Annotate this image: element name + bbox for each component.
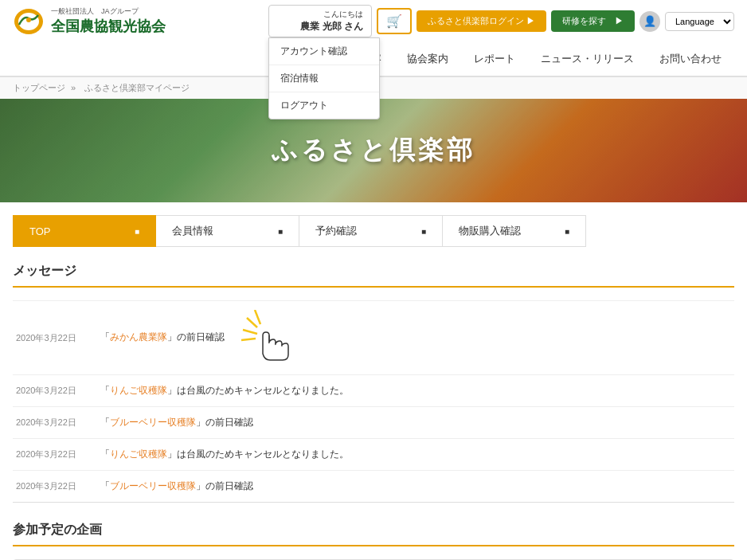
message-date-4: 2020年3月22日 [16, 448, 88, 460]
user-dropdown-menu: アカウント確認 宿泊情報 ログアウト [268, 37, 380, 119]
message-text-5: 「ブルーベリー収穫隊」の前日確認 [100, 480, 253, 493]
tab-purchase-label: 物販購入確認 [459, 224, 521, 238]
furusato-login-button[interactable]: ふるさと倶楽部ログイン ▶ [417, 10, 546, 32]
messages-section: メッセージ 2020年3月22日 「みかん農業隊」の前日確認 [13, 263, 734, 503]
tab-member-info[interactable]: 会員情報 ■ [156, 215, 299, 247]
logo-main-label: 全国農協観光協会 [51, 17, 166, 36]
tab-reservation-label: 予約確認 [315, 224, 357, 238]
messages-divider [13, 286, 734, 288]
tab-bar: TOP ■ 会員情報 ■ 予約確認 ■ 物販購入確認 ■ [0, 202, 747, 247]
tab-member-info-label: 会員情報 [172, 224, 213, 238]
message-text-1: 「みかん農業隊」の前日確認 [100, 310, 315, 366]
logo-icon [13, 7, 45, 36]
message-text-4: 「りんご収穫隊」は台風のためキャンセルとなりました。 [100, 448, 349, 461]
message-row: 2020年3月22日 「ブルーベリー収穫隊」の前日確認 [13, 406, 734, 438]
header: 一般社団法人 JAグループ 全国農協観光協会 こんにちは 農業 光郎 さん アカ… [0, 0, 747, 77]
message-date-3: 2020年3月22日 [16, 417, 88, 429]
logo-ja-label: 一般社団法人 JAグループ [51, 6, 166, 17]
messages-section-title: メッセージ [13, 263, 734, 280]
message-row: 2020年3月22日 「ブルーベリー収穫隊」の前日確認 [13, 470, 734, 502]
svg-line-3 [243, 330, 257, 334]
tab-reservation[interactable]: 予約確認 ■ [299, 215, 443, 247]
nav-item-news[interactable]: ニュース・リリース [528, 42, 647, 76]
planned-section: 参加予定の企画 鳥取県ブランド！二十世紀梨とブルーベリー収穫体験 Gotoトラベ… [13, 522, 734, 560]
breadcrumb-separator: » [71, 83, 76, 92]
message-date-2: 2020年3月22日 [16, 385, 88, 397]
message-link-1[interactable]: みかん農業隊 [110, 331, 167, 343]
language-select[interactable]: Language English 日本語 [665, 12, 734, 31]
user-greeting: こんにちは [323, 9, 363, 20]
tab-top[interactable]: TOP ■ [13, 215, 156, 247]
dropdown-item-stay[interactable]: 宿泊情報 [269, 65, 379, 92]
logo-text: 一般社団法人 JAグループ 全国農協観光協会 [51, 6, 166, 36]
message-text-3: 「ブルーベリー収穫隊」の前日確認 [100, 416, 253, 429]
message-list: 2020年3月22日 「みかん農業隊」の前日確認 [13, 300, 734, 503]
tab-top-icon: ■ [135, 227, 139, 236]
breadcrumb-current: ふるさと倶楽部マイページ [84, 83, 190, 92]
message-date-5: 2020年3月22日 [16, 480, 88, 492]
dropdown-item-account[interactable]: アカウント確認 [269, 38, 379, 65]
message-link-3[interactable]: ブルーベリー収穫隊 [110, 417, 196, 428]
logo-area: 一般社団法人 JAグループ 全国農協観光協会 [13, 6, 166, 36]
message-row: 2020年3月22日 「りんご収穫隊」は台風のためキャンセルとなりました。 [13, 438, 734, 470]
nav-item-kyokai[interactable]: 協会案内 [394, 42, 461, 76]
message-link-2[interactable]: りんご収穫隊 [110, 385, 167, 396]
user-dropdown-area: こんにちは 農業 光郎 さん アカウント確認 宿泊情報 ログアウト [268, 5, 372, 37]
tab-reservation-icon: ■ [421, 227, 426, 236]
tab-member-info-icon: ■ [278, 227, 283, 236]
nav-item-contact[interactable]: お問い合わせ [647, 42, 734, 76]
message-text-2: 「りんご収穫隊」は台風のためキャンセルとなりました。 [100, 384, 349, 397]
svg-line-5 [255, 310, 260, 324]
user-dropdown-toggle[interactable]: こんにちは 農業 光郎 さん [268, 5, 372, 37]
header-right: こんにちは 農業 光郎 さん アカウント確認 宿泊情報 ログアウト 🛒 ふるさと… [268, 5, 734, 37]
message-date-1: 2020年3月22日 [16, 332, 88, 344]
cursor-illustration [235, 310, 315, 366]
breadcrumb-top[interactable]: トップページ [13, 83, 65, 92]
user-name: 農業 光郎 さん [300, 20, 363, 33]
svg-line-6 [241, 339, 256, 340]
search-button[interactable]: 研修を探す ▶ [551, 10, 635, 32]
message-link-4[interactable]: りんご収穫隊 [110, 448, 167, 460]
dropdown-item-logout[interactable]: ログアウト [269, 92, 379, 119]
main-content: メッセージ 2020年3月22日 「みかん農業隊」の前日確認 [0, 247, 747, 560]
hero-title: ふるさと倶楽部 [272, 133, 475, 168]
header-top: 一般社団法人 JAグループ 全国農協観光協会 こんにちは 農業 光郎 さん アカ… [0, 0, 747, 42]
tab-top-label: TOP [29, 225, 51, 237]
message-row: 2020年3月22日 「みかん農業隊」の前日確認 [13, 300, 734, 374]
planned-section-title: 参加予定の企画 [13, 522, 734, 538]
tab-purchase[interactable]: 物販購入確認 ■ [443, 215, 586, 247]
svg-point-2 [26, 18, 31, 22]
user-avatar: 👤 [639, 11, 660, 32]
cart-button[interactable]: 🛒 [377, 8, 412, 34]
planned-divider [13, 545, 734, 546]
message-link-5[interactable]: ブルーベリー収穫隊 [110, 480, 196, 491]
tab-purchase-icon: ■ [565, 227, 569, 236]
message-row: 2020年3月22日 「りんご収穫隊」は台風のためキャンセルとなりました。 [13, 374, 734, 406]
nav-item-report[interactable]: レポート [461, 42, 528, 76]
svg-line-4 [247, 318, 257, 327]
